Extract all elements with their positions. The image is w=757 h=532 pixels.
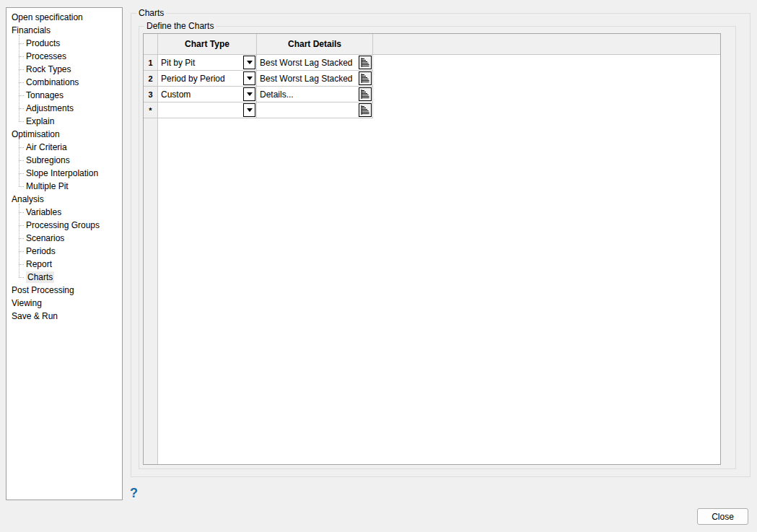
chart-details-cell[interactable]: Details... [257, 87, 373, 103]
sidebar-item-air-criteria[interactable]: Air Criteria [19, 141, 122, 154]
optimisation-children: Air Criteria Subregions Slope Interpolat… [19, 141, 122, 193]
chart-details-icon [361, 58, 369, 67]
navigation-panel: Open specification Financials Products P… [6, 7, 123, 500]
sidebar-item-open-specification[interactable]: Open specification [6, 11, 122, 24]
selected-item-label: Charts [26, 271, 54, 283]
chart-details-button[interactable] [359, 71, 372, 85]
chart-type-value: Custom [161, 90, 191, 100]
table-header-filler [373, 34, 720, 54]
charts-table: Chart Type Chart Details 1 Pit by Pit Be… [143, 33, 721, 465]
chart-details-icon [361, 90, 369, 99]
table-header-row: Chart Type Chart Details [144, 34, 720, 55]
table-background [158, 118, 720, 464]
chevron-down-icon [247, 108, 253, 112]
table-row: 1 Pit by Pit Best Worst Lag Stacked [144, 55, 720, 71]
define-charts-groupbox: Define the Charts Chart Type Chart Detai… [139, 26, 736, 469]
analysis-children: Variables Processing Groups Scenarios Pe… [19, 206, 122, 284]
sidebar-item-optimisation[interactable]: Optimisation [6, 128, 122, 141]
chart-details-button[interactable] [359, 103, 372, 117]
financials-children: Products Processes Rock Types Combinatio… [19, 37, 122, 128]
row-header-column-filler [144, 118, 158, 464]
row-header: * [144, 103, 158, 118]
sidebar-item-rock-types[interactable]: Rock Types [19, 63, 122, 76]
sidebar-item-post-processing[interactable]: Post Processing [6, 284, 122, 297]
sidebar-item-viewing[interactable]: Viewing [6, 297, 122, 310]
chart-details-button[interactable] [359, 56, 372, 69]
row-header: 2 [144, 71, 158, 87]
chart-details-button[interactable] [359, 87, 372, 101]
table-new-row: * [144, 103, 720, 118]
sidebar-item-analysis[interactable]: Analysis [6, 193, 122, 206]
chart-type-dropdown-button[interactable] [243, 87, 255, 101]
sidebar-item-multiple-pit[interactable]: Multiple Pit [19, 180, 122, 193]
table-row: 3 Custom Details... [144, 87, 720, 103]
chart-type-cell[interactable]: Pit by Pit [158, 55, 257, 71]
chart-type-cell[interactable]: Custom [158, 87, 257, 103]
chart-type-dropdown-button[interactable] [243, 56, 255, 69]
row-filler [373, 71, 720, 87]
define-charts-groupbox-title: Define the Charts [144, 21, 216, 31]
sidebar-item-products[interactable]: Products [19, 37, 122, 50]
chart-details-value: Best Worst Lag Stacked [260, 58, 353, 68]
chevron-down-icon [247, 61, 253, 64]
chart-details-cell[interactable] [257, 103, 373, 118]
sidebar-item-explain[interactable]: Explain [19, 115, 122, 128]
column-header-chart-type: Chart Type [158, 34, 257, 54]
row-header: 1 [144, 55, 158, 71]
chart-type-cell[interactable] [158, 103, 257, 118]
column-header-chart-details: Chart Details [257, 34, 373, 54]
sidebar-item-subregions[interactable]: Subregions [19, 154, 122, 167]
chart-details-icon [361, 74, 369, 83]
sidebar-item-tonnages[interactable]: Tonnages [19, 89, 122, 102]
sidebar-item-processes[interactable]: Processes [19, 50, 122, 63]
charts-groupbox-title: Charts [136, 8, 166, 18]
chart-details-icon [361, 105, 369, 115]
chevron-down-icon [247, 92, 253, 96]
sidebar-item-slope-interpolation[interactable]: Slope Interpolation [19, 167, 122, 180]
row-filler [373, 87, 720, 103]
chart-type-value: Period by Period [161, 74, 225, 84]
chart-details-value: Details... [260, 90, 294, 100]
help-icon[interactable]: ? [130, 486, 138, 501]
sidebar-item-financials[interactable]: Financials [6, 24, 122, 37]
sidebar-item-adjustments[interactable]: Adjustments [19, 102, 122, 115]
row-filler [373, 55, 720, 71]
charts-groupbox: Charts Define the Charts Chart Type Char… [131, 13, 751, 477]
sidebar-item-scenarios[interactable]: Scenarios [19, 232, 122, 245]
chart-type-cell[interactable]: Period by Period [158, 71, 257, 87]
sidebar-item-save-and-run[interactable]: Save & Run [6, 310, 122, 323]
sidebar-item-processing-groups[interactable]: Processing Groups [19, 219, 122, 232]
row-filler [373, 103, 720, 118]
sidebar-item-report[interactable]: Report [19, 258, 122, 271]
row-header: 3 [144, 87, 158, 103]
sidebar-item-variables[interactable]: Variables [19, 206, 122, 219]
table-row: 2 Period by Period Best Worst Lag Stacke… [144, 71, 720, 87]
chart-details-value: Best Worst Lag Stacked [260, 74, 353, 84]
chart-details-cell[interactable]: Best Worst Lag Stacked [257, 55, 373, 71]
chevron-down-icon [247, 77, 253, 80]
chart-details-cell[interactable]: Best Worst Lag Stacked [257, 71, 373, 87]
chart-type-value: Pit by Pit [161, 58, 195, 68]
chart-type-dropdown-button[interactable] [243, 103, 255, 117]
sidebar-item-periods[interactable]: Periods [19, 245, 122, 258]
sidebar-item-charts[interactable]: Charts [19, 271, 122, 284]
table-corner-cell [144, 34, 158, 54]
sidebar-item-combinations[interactable]: Combinations [19, 76, 122, 89]
close-button[interactable]: Close [697, 508, 748, 525]
chart-type-dropdown-button[interactable] [243, 71, 255, 85]
table-empty-area [144, 118, 720, 464]
